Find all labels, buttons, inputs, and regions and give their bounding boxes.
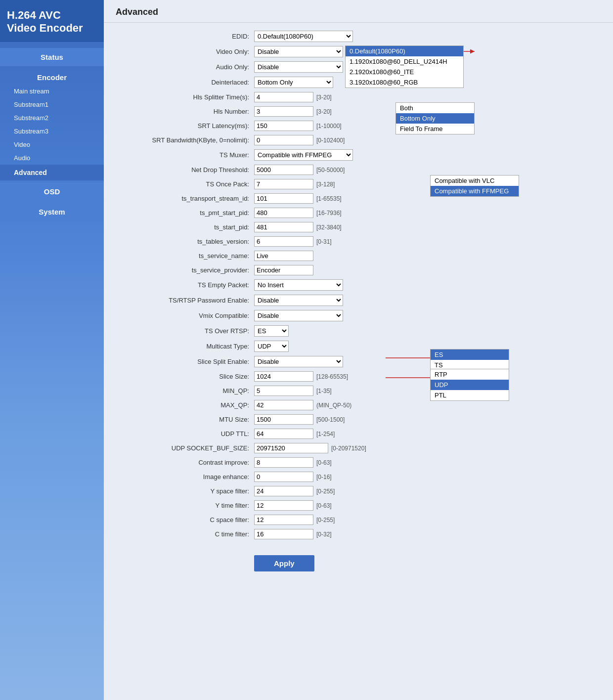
tsrtsp-dropdown-overlay: ES TS xyxy=(430,349,509,371)
audio-only-label: Audio Only: xyxy=(116,63,254,71)
sidebar-item-substream2[interactable]: Substream2 xyxy=(0,111,104,125)
min-qp-range: [1-35] xyxy=(316,388,332,394)
ts-over-rtsp-select[interactable]: ES TS xyxy=(254,325,289,337)
contrast-label: Contrast improve: xyxy=(116,459,254,466)
net-drop-input[interactable] xyxy=(254,165,313,175)
ts-pmt-input[interactable] xyxy=(254,208,313,218)
ts-empty-select[interactable]: No Insert Insert xyxy=(254,279,343,291)
ts-service-provider-row: ts_service_provider: xyxy=(116,265,601,275)
ts-start-label: ts_start_pid: xyxy=(116,223,254,231)
y-space-input[interactable] xyxy=(254,486,313,496)
slice-split-label: Slice Split Enable: xyxy=(116,358,254,365)
ts-tables-label: ts_tables_version: xyxy=(116,238,254,245)
apply-button[interactable]: Apply xyxy=(254,555,314,571)
ts-start-input[interactable] xyxy=(254,222,313,232)
mtu-input[interactable] xyxy=(254,414,313,425)
hls-splitter-row: Hls Splitter Time(s): 4 [3-20] xyxy=(116,92,601,102)
nav-system[interactable]: System xyxy=(0,203,104,221)
image-input[interactable] xyxy=(254,472,313,482)
ts-once-row: TS Once Pack: [3-128] xyxy=(116,179,601,189)
multicast-label: Multicast Type: xyxy=(116,343,254,350)
y-time-input[interactable] xyxy=(254,500,313,511)
hls-splitter-input[interactable]: 4 xyxy=(254,92,313,102)
tsmux-dd-ffmpeg[interactable]: Compatible with FFMPEG xyxy=(431,186,519,196)
mc-dd-ptl[interactable]: PTL xyxy=(431,390,509,400)
sidebar-item-substream3[interactable]: Substream3 xyxy=(0,125,104,138)
image-row: Image enhance: [0-16] xyxy=(116,472,601,482)
ts-transport-row: ts_transport_stream_id: [1-65535] xyxy=(116,193,601,204)
max-qp-input[interactable] xyxy=(254,400,313,410)
audio-only-select[interactable]: Disable Enable xyxy=(254,61,343,73)
udp-ttl-label: UDP TTL: xyxy=(116,430,254,438)
y-time-range: [0-63] xyxy=(316,502,332,509)
edid-dd-item-3[interactable]: 3.1920x1080@60_RGB xyxy=(346,77,463,88)
srt-bandwidth-input[interactable] xyxy=(254,135,313,145)
max-qp-range: (MIN_QP-50) xyxy=(316,402,351,409)
ts-muxer-select[interactable]: Compatible with VLC Compatible with FFMP… xyxy=(254,149,353,161)
apply-row: Apply xyxy=(116,547,601,571)
mc-dd-rtp[interactable]: RTP xyxy=(431,369,509,380)
sidebar-item-advanced[interactable]: Advanced xyxy=(0,165,104,180)
udp-socket-range: [0-20971520] xyxy=(331,445,366,452)
deint-dd-field[interactable]: Field To Frame xyxy=(396,124,474,134)
sidebar-item-audio[interactable]: Audio xyxy=(0,151,104,165)
video-only-select[interactable]: Disable Enable xyxy=(254,46,343,57)
image-range: [0-16] xyxy=(316,474,332,481)
hls-number-range: [3-20] xyxy=(316,108,332,115)
ts-transport-input[interactable] xyxy=(254,193,313,204)
tsmux-dropdown-overlay: Compatible with VLC Compatible with FFMP… xyxy=(430,175,519,197)
hls-number-input[interactable]: 3 xyxy=(254,106,313,117)
udp-ttl-input[interactable] xyxy=(254,429,313,439)
deint-dd-bottom[interactable]: Bottom Only xyxy=(396,113,474,124)
c-time-input[interactable] xyxy=(254,529,313,539)
vmix-label: Vmix Compatible: xyxy=(116,312,254,319)
edid-dd-item-2[interactable]: 2.1920x1080@60_ITE xyxy=(346,67,463,77)
contrast-row: Contrast improve: [0-63] xyxy=(116,457,601,468)
deint-dd-both[interactable]: Both xyxy=(396,103,474,113)
y-space-label: Y space filter: xyxy=(116,487,254,495)
ts-service-name-row: ts_service_name: xyxy=(116,251,601,261)
sidebar-item-mainstream[interactable]: Main stream xyxy=(0,85,104,98)
edid-dd-item-1[interactable]: 1.1920x1080@60_DELL_U2414H xyxy=(346,56,463,67)
ts-rtsp-row: TS/RTSP Password Enable: Disable Enable xyxy=(116,295,601,306)
ts-tables-range: [0-31] xyxy=(316,238,332,245)
ts-tables-input[interactable] xyxy=(254,236,313,247)
ts-service-provider-label: ts_service_provider: xyxy=(116,266,254,274)
ts-once-input[interactable] xyxy=(254,179,313,189)
hls-splitter-range: [3-20] xyxy=(316,94,332,101)
slice-split-select[interactable]: Disable Enable xyxy=(254,356,343,367)
min-qp-input[interactable] xyxy=(254,386,313,396)
tsrtsp-dd-es[interactable]: ES xyxy=(431,350,509,360)
nav-osd[interactable]: OSD xyxy=(0,182,104,201)
app-logo: H.264 AVC Video Encoder xyxy=(0,0,104,42)
udp-socket-input[interactable] xyxy=(254,443,328,453)
deinterlaced-select[interactable]: Both Bottom Only Field To Frame xyxy=(254,77,333,88)
ts-rtsp-select[interactable]: Disable Enable xyxy=(254,295,343,306)
ts-transport-range: [1-65535] xyxy=(316,195,342,202)
multicast-dropdown-overlay: RTP UDP PTL xyxy=(430,369,509,401)
edid-label: EDID: xyxy=(116,33,254,40)
mc-dd-udp[interactable]: UDP xyxy=(431,380,509,390)
ts-pmt-row: ts_pmt_start_pid: [16-7936] xyxy=(116,208,601,218)
c-space-label: C space filter: xyxy=(116,516,254,524)
sidebar-item-substream1[interactable]: Substream1 xyxy=(0,98,104,111)
udp-ttl-row: UDP TTL: [1-254] xyxy=(116,429,601,439)
edid-dd-item-0[interactable]: 0.Default(1080P60) xyxy=(346,46,463,56)
page-title: Advanced xyxy=(104,0,613,23)
ts-service-name-input[interactable] xyxy=(254,251,313,261)
edid-dropdown-overlay: 0.Default(1080P60) 1.1920x1080@60_DELL_U… xyxy=(345,45,464,88)
nav-status[interactable]: Status xyxy=(0,48,104,66)
contrast-input[interactable] xyxy=(254,457,313,468)
tsmux-dd-vlc[interactable]: Compatible with VLC xyxy=(431,175,519,186)
srt-latency-input[interactable] xyxy=(254,121,313,131)
edid-select[interactable]: 0.Default(1080P60) 1.1920x1080@60_DELL_U… xyxy=(254,31,353,42)
slice-size-input[interactable] xyxy=(254,371,313,382)
sidebar-item-video[interactable]: Video xyxy=(0,138,104,151)
net-drop-label: Net Drop Threshold: xyxy=(116,166,254,174)
ts-once-label: TS Once Pack: xyxy=(116,180,254,188)
srt-latency-label: SRT Latency(ms): xyxy=(116,122,254,130)
vmix-select[interactable]: Disable Enable xyxy=(254,310,343,321)
c-space-input[interactable] xyxy=(254,515,313,525)
ts-service-provider-input[interactable] xyxy=(254,265,313,275)
multicast-select[interactable]: RTP UDP PTL xyxy=(254,341,289,352)
